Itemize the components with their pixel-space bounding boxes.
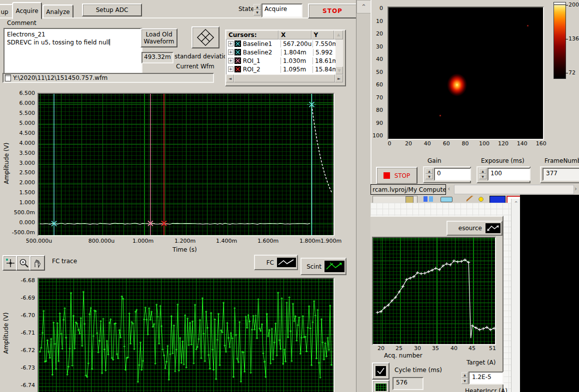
cursors-scroll-left[interactable]: ◄ bbox=[226, 74, 234, 82]
main-graph-xticks-item: 800.000u bbox=[86, 238, 118, 244]
state-increment-icon[interactable]: ▲ bbox=[254, 4, 261, 10]
cursors-scroll-down[interactable]: ▼ bbox=[336, 66, 343, 74]
block-diagram-scrollbar[interactable]: ⌃ bbox=[511, 199, 520, 392]
crosshair-icon bbox=[6, 258, 16, 268]
gain-decrement-icon[interactable]: ▼ bbox=[426, 174, 433, 179]
diamond-icon-button[interactable] bbox=[192, 26, 220, 48]
expander-icon[interactable]: + bbox=[228, 41, 234, 46]
path-type-icon bbox=[5, 74, 11, 81]
colorbar-mid-label: 136 bbox=[568, 35, 579, 42]
legend-scint[interactable]: Scint bbox=[300, 258, 346, 275]
cursor-y-value: 7.550m bbox=[312, 40, 336, 47]
target-field[interactable]: 1.2E-5 bbox=[468, 372, 504, 385]
desktop-black-region bbox=[520, 195, 579, 392]
cursor-style-icon bbox=[234, 57, 241, 64]
toolbar-run-icon[interactable] bbox=[490, 196, 506, 203]
target-stepper[interactable]: ▲▼ bbox=[462, 372, 468, 384]
state-value-field[interactable]: Acquire bbox=[262, 3, 302, 17]
exposure-increment-icon[interactable]: ▲ bbox=[479, 168, 486, 174]
main-graph-yticks-item: 3.000 bbox=[4, 160, 35, 166]
exposure-stepper[interactable]: ▲▼ bbox=[479, 168, 486, 179]
main-graph-yticks-item: 2.000 bbox=[4, 179, 35, 186]
target-increment-icon[interactable]: ▲ bbox=[462, 372, 468, 378]
load-old-waveform-button[interactable]: Load Old Waveform bbox=[140, 28, 178, 47]
comment-textbox[interactable]: Electrons_21 SDREVC in u5, tossing to fi… bbox=[4, 28, 142, 76]
cursor-x-value: 1.095m bbox=[280, 66, 312, 73]
cursors-scroll-up[interactable]: ▲ bbox=[334, 30, 343, 39]
cursors-scroll-right[interactable]: ► bbox=[335, 74, 343, 82]
stop-button[interactable]: STOP bbox=[308, 3, 357, 18]
beam-blob bbox=[447, 73, 467, 96]
toolbar-distribute-icon[interactable] bbox=[440, 197, 452, 202]
cursors-header-1[interactable]: X bbox=[278, 30, 311, 39]
expander-icon[interactable]: + bbox=[228, 58, 234, 63]
camera-stop-button[interactable]: STOP bbox=[376, 167, 418, 184]
main-graph-xticks-item: 1.900m bbox=[315, 238, 347, 244]
gain-field[interactable]: 0 bbox=[434, 168, 471, 181]
tab-analyze[interactable]: Analyze bbox=[42, 4, 74, 18]
checkbox-legend-button[interactable] bbox=[372, 363, 390, 380]
frame-number-label: FrameNumber bbox=[544, 157, 579, 164]
cursor-row-ROI_1[interactable]: +ROI_11.030m18.61m bbox=[226, 56, 336, 65]
gain-stepper[interactable]: ▲▼ bbox=[426, 168, 433, 179]
legend-fc[interactable]: FC bbox=[254, 255, 298, 270]
wfm-path-text: Y:\2020\11\12\151450.757.wfm bbox=[13, 74, 108, 81]
main-graph-yticks-item: 3.500 bbox=[4, 150, 35, 156]
fc-trace-label: FC trace bbox=[52, 258, 77, 265]
scint-plot-style-icon bbox=[324, 261, 344, 272]
project-tab-scrollbar[interactable] bbox=[454, 185, 574, 194]
cursor-row-Baseline1[interactable]: +Baseline1567.200u7.550m bbox=[226, 39, 336, 48]
cursor-x-value: 1.030m bbox=[280, 57, 312, 64]
toolbar-icon-fragment[interactable] bbox=[406, 196, 414, 203]
cursors-hscroll-thumb[interactable] bbox=[234, 74, 335, 82]
cursors-table-body: Cursors:XY▲+Baseline1567.200u7.550m+Base… bbox=[226, 30, 343, 83]
grid-legend-button[interactable] bbox=[372, 380, 390, 392]
cursor-row-ROI_2[interactable]: +ROI_21.095m15.84m bbox=[226, 65, 336, 73]
target-decrement-icon[interactable]: ▼ bbox=[462, 378, 468, 384]
comment-line1: Electrons_21 bbox=[7, 30, 139, 38]
exposure-decrement-icon[interactable]: ▼ bbox=[479, 174, 486, 179]
state-decrement-icon[interactable]: ▼ bbox=[254, 10, 261, 16]
cursor-name: Baseline2 bbox=[243, 49, 281, 56]
main-graph-yticks-item: 6.500 bbox=[4, 90, 35, 96]
gain-increment-icon[interactable]: ▲ bbox=[426, 168, 433, 174]
comment-line2: SDREVC in u5, tossing to field null bbox=[7, 39, 110, 46]
camera-yticks-item: 100 bbox=[358, 132, 383, 139]
project-tab-scroll-left[interactable]: ‹ bbox=[446, 185, 452, 193]
expander-icon[interactable]: + bbox=[228, 66, 234, 72]
toolbar-align-icon[interactable] bbox=[429, 196, 433, 202]
cursor-name: Baseline1 bbox=[243, 40, 280, 47]
tab-setup-partial[interactable]: up bbox=[0, 4, 13, 18]
tab-setup-label: up bbox=[0, 8, 8, 15]
mini-graph-icon bbox=[376, 384, 386, 391]
setup-adc-button[interactable]: Setup ADC bbox=[82, 3, 142, 16]
esource-xticks-item: 51 bbox=[476, 345, 508, 352]
legend-esource-label: esource bbox=[458, 225, 482, 232]
toolbar-pen-icon[interactable] bbox=[466, 196, 474, 202]
project-tab-scroll-right[interactable]: › bbox=[574, 185, 579, 193]
expander-icon[interactable]: + bbox=[228, 49, 234, 55]
project-tab[interactable]: rcam.lvproj/My Computer bbox=[370, 184, 446, 195]
main-graph-xticks-item: 1.400m bbox=[210, 238, 242, 244]
state-stepper[interactable]: ▲ ▼ bbox=[254, 4, 261, 15]
main-graph-yticks-item: 0.000 bbox=[4, 219, 35, 226]
cursor-row-Baseline2[interactable]: +Baseline21.804m5.992 bbox=[226, 48, 336, 56]
wfm-path-control[interactable]: Y:\2020\11\12\151450.757.wfm bbox=[2, 73, 214, 83]
camera-yticks-item: 60 bbox=[358, 81, 383, 88]
legend-esource[interactable]: esource bbox=[446, 221, 502, 236]
exposure-field[interactable]: 100 bbox=[488, 168, 530, 181]
cursors-header-2[interactable]: Y bbox=[312, 30, 334, 39]
main-graph-yticks-item: 4.500 bbox=[4, 130, 35, 136]
cycle-time-field: 576 bbox=[392, 377, 424, 390]
tab-acquire[interactable]: Acquire bbox=[12, 2, 42, 19]
toolbar-bulb-icon[interactable] bbox=[478, 197, 484, 202]
tab-analyze-label: Analyze bbox=[46, 8, 70, 15]
palette-pan-button[interactable] bbox=[30, 255, 45, 271]
camera-xticks-item: 160 bbox=[525, 140, 557, 147]
cursor-name: ROI_2 bbox=[243, 66, 280, 73]
cursors-hscrollbar[interactable]: ◄► bbox=[226, 74, 343, 82]
bd-scrollbar-up-icon[interactable]: ⌃ bbox=[512, 199, 520, 208]
toolbar-align-icon[interactable] bbox=[424, 196, 428, 202]
cursors-header-0[interactable]: Cursors: bbox=[226, 30, 278, 39]
camera-image-plot[interactable] bbox=[388, 6, 544, 140]
